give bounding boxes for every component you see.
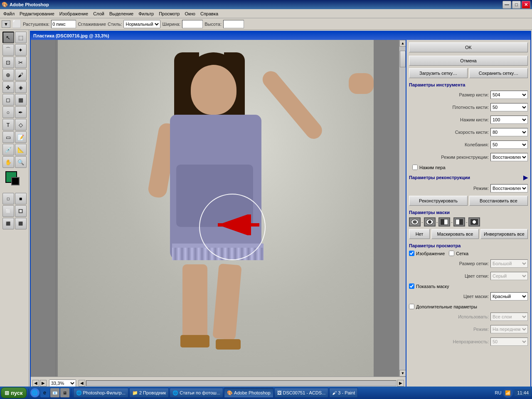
heal-tool[interactable]: ⊕ — [2, 69, 14, 81]
ширина-input[interactable] — [182, 20, 203, 28]
grid-size-select[interactable]: Большой — [490, 259, 528, 268]
show-grid-checkbox[interactable] — [449, 251, 454, 256]
mask-icon-2[interactable] — [424, 217, 436, 227]
hand-tool[interactable]: ✋ — [2, 156, 14, 168]
mask-icon-1[interactable] — [409, 217, 421, 227]
invert-all-button[interactable]: Инвертировать все — [480, 229, 528, 239]
quick-launch-2[interactable]: e — [40, 388, 49, 397]
background-color[interactable] — [11, 177, 20, 185]
load-mesh-button[interactable]: Загрузить сетку… — [409, 68, 468, 78]
растушевка-input[interactable] — [51, 20, 76, 28]
lasso-tool[interactable]: ⌒ — [2, 44, 14, 56]
mode2-select[interactable]: На переднем плане — [490, 325, 528, 333]
pen-pressure-checkbox[interactable] — [412, 165, 418, 170]
eyedropper-tool[interactable]: 💉 — [2, 144, 14, 155]
scroll-up-button[interactable]: ▲ — [399, 40, 406, 47]
brush-size-select[interactable]: 504 — [490, 91, 528, 99]
cancel-button[interactable]: Отмена — [409, 56, 528, 66]
gradient-tool[interactable]: ▦ — [15, 94, 27, 106]
zoom-in-button[interactable]: ▶ — [40, 380, 47, 387]
menu-file[interactable]: Файл — [1, 10, 17, 17]
ok-button[interactable]: OK — [409, 42, 528, 52]
menu-image[interactable]: Изображение — [57, 10, 91, 17]
quick-mask-off[interactable]: ◻ — [2, 193, 14, 204]
scroll-left-button[interactable]: ◀ — [79, 380, 85, 387]
slice-tool[interactable]: ✂ — [15, 57, 27, 68]
vertical-scrollbar[interactable]: ▲ ▼ — [399, 40, 406, 377]
taskbar-photoshop-filter[interactable]: 🌐 Photoshop-Фильтр... — [73, 388, 128, 398]
show-mask-checkbox[interactable] — [409, 283, 414, 289]
zoom-select[interactable]: 33,3% — [49, 379, 76, 387]
taskbar-acds[interactable]: 🖼 DSC00751 - ACDS... — [274, 388, 329, 398]
taskbar-explorer[interactable]: 📁 2 Проводник — [129, 388, 169, 398]
brush-speed-select[interactable]: 80 — [490, 128, 528, 136]
quick-mask-on[interactable]: ◼ — [15, 193, 27, 204]
history-tool[interactable]: ◈ — [15, 81, 27, 93]
menu-filter[interactable]: Фильтр — [136, 10, 156, 17]
dodge-tool[interactable]: ○ — [2, 106, 14, 118]
shape-tool[interactable]: ▭ — [2, 131, 14, 143]
measure-tool[interactable]: 📐 — [15, 144, 27, 155]
magic-wand-tool[interactable]: ✦ — [15, 44, 27, 56]
start-button[interactable]: ⊞ пуск — [1, 387, 27, 398]
restore-all-button[interactable]: Восстановить все — [469, 196, 528, 206]
scroll-thumb[interactable] — [400, 51, 406, 67]
screen-mode[interactable]: ⬜ — [2, 205, 14, 217]
menu-select[interactable]: Выделение — [107, 10, 136, 17]
menu-view[interactable]: Просмотр — [156, 10, 182, 17]
clone-tool[interactable]: ✤ — [2, 81, 14, 93]
mask-icon-4[interactable] — [453, 217, 465, 227]
taskbar-articles[interactable]: 🌐 Статьи по фотош... — [170, 388, 223, 398]
no-button[interactable]: Нет — [409, 229, 430, 239]
extra-params-checkbox[interactable] — [409, 304, 414, 309]
jump-to[interactable]: ⬛ — [2, 218, 14, 229]
type-tool[interactable]: T — [2, 119, 14, 131]
pen-tool[interactable]: ✒ — [15, 106, 27, 118]
mode-select[interactable]: Восстановление — [490, 184, 528, 192]
path-tool[interactable]: ◇ — [15, 119, 27, 131]
close-button[interactable]: ✕ — [522, 1, 530, 9]
minimize-button[interactable]: — — [502, 1, 511, 9]
notes-tool[interactable]: 📝 — [15, 131, 27, 143]
brush-tool[interactable]: 🖌 — [15, 69, 27, 81]
mask-all-button[interactable]: Маскировать все — [431, 229, 479, 239]
mask-icon-5[interactable] — [468, 217, 480, 227]
reconstruct-button[interactable]: Реконструировать — [409, 196, 468, 206]
menu-help[interactable]: Справка — [198, 10, 221, 17]
reconstruct-mode-select[interactable]: Восстановление — [490, 153, 528, 161]
scroll-down-button[interactable]: ▼ — [399, 370, 406, 377]
zoom-out-button[interactable]: ◀ — [32, 380, 39, 387]
стиль-select[interactable]: Нормальный — [123, 20, 160, 28]
grid-color-select[interactable]: Серый — [490, 272, 528, 280]
move-tool[interactable]: ↖ — [2, 32, 14, 43]
высота-input[interactable] — [223, 20, 244, 28]
use-select[interactable]: Все слои — [490, 313, 528, 321]
brush-density-select[interactable]: 50 — [490, 103, 528, 111]
menu-edit[interactable]: Редактирование — [17, 10, 57, 17]
select-tool[interactable]: ⬚ — [15, 32, 27, 43]
menu-window[interactable]: Окно — [182, 10, 198, 17]
full-screen[interactable]: 🔲 — [15, 205, 27, 217]
fluctuation-select[interactable]: 50 — [490, 140, 528, 149]
extra-tool[interactable]: ⬛ — [15, 218, 27, 229]
eraser-tool[interactable]: ◻ — [2, 94, 14, 106]
tool-options-icon[interactable]: ▼ — [2, 20, 10, 28]
horizontal-scroll-track[interactable] — [86, 380, 397, 386]
opacity-select[interactable]: 50 — [490, 337, 528, 346]
mask-color-select[interactable]: Красный — [490, 292, 528, 300]
crop-tool[interactable]: ⊡ — [2, 57, 14, 68]
taskbar-photoshop[interactable]: 🎨 Adobe Photoshop — [224, 388, 273, 398]
brush-pressure-select[interactable]: 100 — [490, 116, 528, 124]
menu-layer[interactable]: Слой — [91, 10, 107, 17]
quick-launch-3[interactable]: 📧 — [50, 388, 59, 397]
quick-launch-4[interactable]: 🖥 — [60, 388, 69, 397]
mask-icon-3[interactable] — [438, 217, 450, 227]
network-icon[interactable]: 📶 — [503, 388, 513, 398]
quick-launch-ie[interactable]: 🌐 — [30, 388, 39, 397]
taskbar-paint[interactable]: 🖌 3 - Paint — [329, 388, 358, 398]
scroll-track[interactable] — [399, 47, 406, 370]
save-mesh-button[interactable]: Сохранить сетку… — [469, 68, 528, 78]
maximize-button[interactable]: □ — [512, 1, 521, 9]
show-image-checkbox[interactable] — [409, 251, 414, 256]
liquify-canvas[interactable] — [31, 40, 399, 377]
